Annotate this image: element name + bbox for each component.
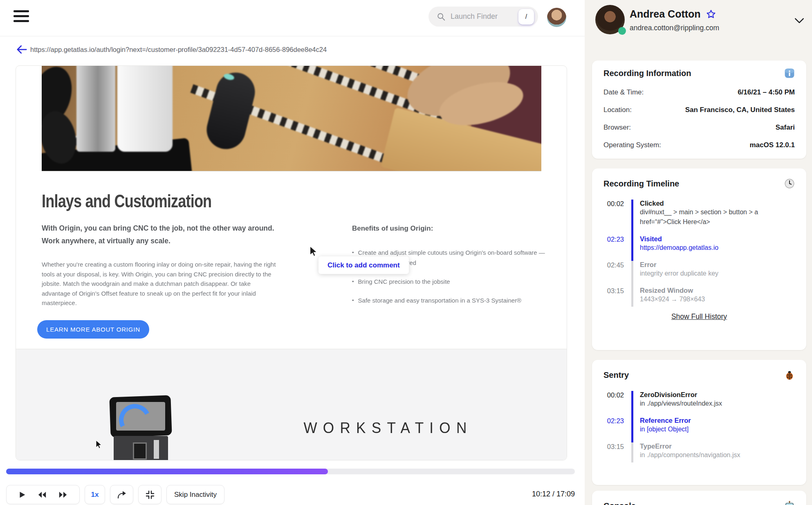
info-row: Location:San Francisco, CA, United State…	[603, 106, 795, 114]
share-icon[interactable]	[110, 485, 133, 504]
info-row: Browser:Safari	[603, 123, 795, 132]
recorded-footer-section: WORKSTATION	[16, 349, 567, 460]
online-status-dot	[618, 27, 626, 35]
recording-timeline-card: Recording Timeline 00:02 Clicked div#nux…	[592, 168, 806, 350]
recorded-cta-button: LEARN MORE ABOUT ORIGIN	[37, 320, 149, 339]
recorded-heading: Inlays and Customization	[42, 191, 211, 211]
workstation-logo: WORKSTATION	[285, 420, 491, 437]
benefit-item: •Safe storage and easy transportation in…	[352, 295, 546, 305]
sentry-event[interactable]: 00:02 ZeroDivisionError in ./app/views/r…	[603, 391, 795, 417]
info-row: Date & Time:6/16/21 – 4:50 PM	[603, 88, 795, 97]
search-icon	[437, 12, 446, 21]
console-title: Console	[603, 501, 636, 505]
timeline-event[interactable]: 03:15 Resized Window 1443×924 → 798×643	[603, 287, 795, 307]
timeline-event[interactable]: 02:23 Visited https://demoapp.getatlas.i…	[603, 235, 795, 261]
recorded-cursor-icon	[94, 440, 103, 451]
header-avatar[interactable]	[547, 8, 566, 27]
console-card: Console	[592, 491, 806, 505]
replay-viewport[interactable]: Inlays and Customization With Origin, yo…	[16, 65, 567, 460]
show-full-history-link[interactable]: Show Full History	[603, 312, 795, 321]
playback-controls	[6, 485, 80, 504]
profile-name: Andrea Cotton	[630, 8, 701, 20]
recorded-body: Whether you're creating a custom floorin…	[42, 260, 277, 308]
sentry-event[interactable]: 03:15 TypeError in ./app/components/navi…	[603, 442, 795, 462]
clock-icon	[784, 178, 795, 189]
rewind-icon[interactable]	[37, 490, 47, 499]
benefit-item: •Bring CNC precision to the jobsite	[352, 276, 546, 287]
sentry-card: Sentry 00:02 ZeroDivisionError in ./app/…	[592, 360, 806, 485]
recording-information-card: Recording Information Date & Time:6/16/2…	[592, 61, 806, 159]
play-icon[interactable]	[18, 490, 27, 499]
recorded-intro: With Origin, you can bring CNC to the jo…	[42, 222, 291, 247]
add-comment-tooltip: Click to add comment	[319, 256, 409, 274]
chevron-down-icon[interactable]	[794, 17, 805, 26]
recording-information-title: Recording Information	[603, 69, 691, 78]
bug-icon	[784, 370, 795, 380]
details-sidebar: Andrea Cotton andrea.cotton@rippling.com…	[585, 0, 812, 505]
profile-email: andrea.cotton@rippling.com	[630, 24, 719, 32]
skip-inactivity-button[interactable]: Skip Inactivity	[166, 485, 224, 504]
timeline-event[interactable]: 02:45 Error integrity error duplicate ke…	[603, 261, 795, 287]
progress-fill	[6, 469, 328, 474]
info-icon	[784, 68, 795, 79]
fast-forward-icon[interactable]	[58, 490, 68, 499]
playback-cursor-icon	[308, 246, 319, 260]
info-row: Operating System:macOS 12.0.1	[603, 141, 795, 149]
top-bar: Launch Finder /	[0, 0, 585, 36]
menu-icon[interactable]	[13, 10, 30, 26]
playback-speed-button[interactable]: 1x	[85, 485, 105, 504]
recorded-page-url: https://app.getatlas.io/auth/login?next=…	[30, 46, 327, 54]
benefits-title: Benefits of using Origin:	[352, 224, 546, 233]
sentry-title: Sentry	[603, 370, 629, 380]
playback-timecode: 10:12 / 17:09	[511, 490, 575, 498]
search-shortcut-key: /	[518, 9, 534, 25]
recorded-hero-image	[42, 66, 541, 171]
timeline-event[interactable]: 00:02 Clicked div#nuxt__ > main > sectio…	[603, 200, 795, 235]
star-icon[interactable]	[706, 9, 716, 20]
robot-icon	[784, 501, 795, 505]
sentry-event[interactable]: 02:23 Reference Error in [object Object]	[603, 417, 795, 442]
recording-timeline-title: Recording Timeline	[603, 179, 679, 189]
playback-progress-bar[interactable]	[6, 469, 575, 474]
collapse-icon[interactable]	[138, 485, 162, 504]
back-arrow-icon[interactable]	[16, 43, 28, 56]
search-input[interactable]: Launch Finder /	[428, 7, 538, 27]
search-placeholder: Launch Finder	[451, 12, 518, 21]
